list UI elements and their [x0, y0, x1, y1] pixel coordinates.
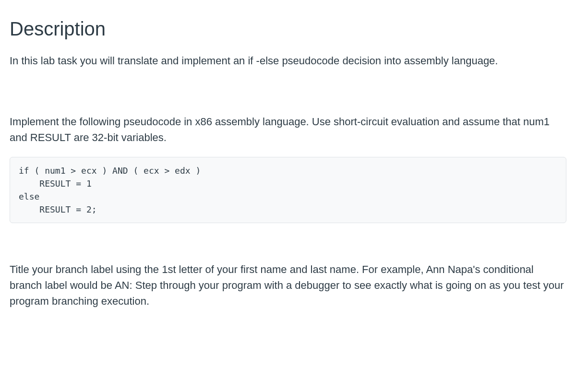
section-heading: Description — [10, 14, 566, 43]
pseudocode-block: if ( num1 > ecx ) AND ( ecx > edx ) RESU… — [10, 157, 566, 223]
branch-label-paragraph: Title your branch label using the 1st le… — [10, 261, 566, 309]
intro-paragraph: In this lab task you will translate and … — [10, 53, 566, 69]
instruction-paragraph: Implement the following pseudocode in x8… — [10, 114, 566, 145]
vertical-spacer — [10, 238, 566, 261]
vertical-spacer — [10, 80, 566, 114]
